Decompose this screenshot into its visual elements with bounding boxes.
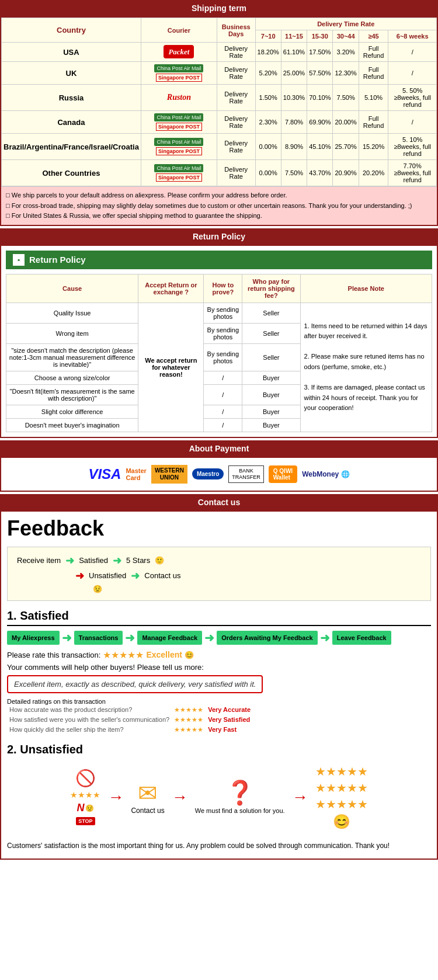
shipping-section: Shipping term Country Courier Business D… bbox=[0, 0, 438, 226]
d45-cell: 15.20% bbox=[359, 134, 388, 160]
cause-cell: Quality Issue bbox=[6, 303, 138, 323]
step-orders-awaiting: Orders Awaiting My Feedback bbox=[217, 631, 318, 645]
five-stars-label: 5 Stars bbox=[126, 556, 150, 565]
rating-value-cell: Very Satisfied bbox=[206, 715, 253, 725]
question-icon: ❓ bbox=[195, 779, 285, 807]
d30-44-cell: 20.90% bbox=[333, 160, 359, 186]
who-pay-cell: Buyer bbox=[242, 371, 300, 384]
final-note: Customers' satisfaction is the most impo… bbox=[1, 836, 437, 859]
d15-30-cell: 17.50% bbox=[307, 43, 333, 62]
shipping-notes: □ We ship parcels to your default addres… bbox=[1, 186, 437, 225]
who-pay-cell: Seller bbox=[242, 323, 300, 343]
country-cell: USA bbox=[2, 43, 141, 62]
d11-15-cell: 25.00% bbox=[281, 62, 307, 85]
ratings-detail: Detailed ratings on this transaction How… bbox=[7, 698, 431, 735]
d7-10-cell: 0.00% bbox=[255, 134, 281, 160]
d15-30-cell: 70.10% bbox=[307, 85, 333, 111]
step-leave-feedback: Leave Feedback bbox=[332, 631, 391, 645]
return-title-bar: ▪ Return Policy bbox=[6, 251, 432, 269]
d6-8weeks-cell: 5. 10% ≥8weeks, full refund bbox=[388, 134, 437, 160]
no-entry-icon: 🚫 bbox=[75, 769, 96, 787]
courier-cell: China Post Air Mail Singapore POST bbox=[141, 160, 217, 186]
rating-stars-cell: ★★★★★ bbox=[172, 725, 206, 735]
d15-30-header: 15-30 bbox=[307, 30, 333, 43]
contact-us-text: Contact us bbox=[131, 807, 164, 815]
stars-small-1: ★★★★ bbox=[70, 790, 100, 800]
d7-10-cell: 5.20% bbox=[255, 62, 281, 85]
stars-5: ★★★★★ bbox=[103, 649, 144, 661]
step-arrow-1: ➜ bbox=[62, 631, 72, 645]
shipping-header: Shipping term bbox=[0, 0, 438, 16]
return-row: Quality Issue We accept return for whate… bbox=[6, 303, 432, 323]
payment-header: About Payment bbox=[0, 440, 438, 457]
shipping-row: Brazil/Argentina/France/Israel/Croatia C… bbox=[2, 134, 437, 160]
rating-value-cell: Very Accurate bbox=[206, 705, 253, 715]
d15-30-cell: 45.10% bbox=[307, 134, 333, 160]
mastercard-logo: MasterCard bbox=[126, 467, 146, 481]
country-cell: Canada bbox=[2, 111, 141, 134]
d30-44-cell: 7.50% bbox=[333, 85, 359, 111]
d30-44-cell: 25.70% bbox=[333, 134, 359, 160]
return-icon: ▪ bbox=[13, 254, 25, 266]
arrow-icon-1: ➜ bbox=[65, 554, 74, 567]
step-flow: My Aliexpress ➜ Transactions ➜ Manage Fe… bbox=[7, 631, 431, 645]
return-table: Cause Accept Return or exchange ? How to… bbox=[6, 274, 432, 432]
rating-label-cell: How quickly did the seller ship the item… bbox=[7, 725, 172, 735]
rating-stars-cell: ★★★★★ bbox=[172, 705, 206, 715]
d45-cell: 5.10% bbox=[359, 85, 388, 111]
d7-10-cell: 2.30% bbox=[255, 111, 281, 134]
d45-header: ≥45 bbox=[359, 30, 388, 43]
who-pay-cell: Buyer bbox=[242, 405, 300, 418]
d15-30-cell: 43.70% bbox=[307, 160, 333, 186]
d7-10-cell: 1.50% bbox=[255, 85, 281, 111]
courier-cell: China Post Air Mail Singapore POST bbox=[141, 62, 217, 85]
ratings-detail-title: Detailed ratings on this transaction bbox=[7, 698, 431, 705]
unsatisfied-section: 2. Unsatisfied 🚫 ★★★★ N 😟 STOP bbox=[1, 739, 437, 859]
how-to-prove-cell: By sending photos bbox=[204, 323, 242, 343]
how-to-prove-cell: / bbox=[204, 384, 242, 405]
satisfied-title: 1. Satisfied bbox=[7, 609, 431, 626]
payment-logos: VISA MasterCard WESTERNUNION Maestro BAN… bbox=[1, 458, 437, 491]
how-to-prove-cell: / bbox=[204, 405, 242, 418]
who-pay-cell: Buyer bbox=[242, 384, 300, 405]
cause-cell: Slight color difference bbox=[6, 405, 138, 418]
shipping-row: UK China Post Air Mail Singapore POST De… bbox=[2, 62, 437, 85]
delivery-time-header: Delivery Time Rate bbox=[255, 18, 436, 30]
visa-logo: VISA bbox=[88, 466, 121, 482]
smile-icon-2: 😊 bbox=[185, 651, 194, 659]
d11-15-cell: 61.10% bbox=[281, 43, 307, 62]
who-pay-cell: Seller bbox=[242, 343, 300, 371]
d7-10-cell: 0.00% bbox=[255, 160, 281, 186]
contact-header: Contact us bbox=[0, 494, 438, 510]
how-to-prove-header: How to prove? bbox=[204, 274, 242, 303]
cause-cell: Choose a wrong size/color bbox=[6, 371, 138, 384]
cause-cell: "Doesn't fit(item's measurement is the s… bbox=[6, 384, 138, 405]
shipping-row: Other Countries China Post Air Mail Sing… bbox=[2, 160, 437, 186]
d15-30-cell: 57.50% bbox=[307, 62, 333, 85]
shipping-row: Russia Ruston Delivery Rate 1.50% 10.30%… bbox=[2, 85, 437, 111]
how-to-prove-cell: By sending photos bbox=[204, 303, 242, 323]
who-pay-cell: Buyer bbox=[242, 418, 300, 432]
courier-header: Courier bbox=[141, 18, 217, 43]
d30-44-header: 30~44 bbox=[333, 30, 359, 43]
rating-value-cell: Very Fast bbox=[206, 725, 253, 735]
maestro-logo: Maestro bbox=[192, 468, 224, 479]
country-cell: Brazil/Argentina/France/Israel/Croatia bbox=[2, 134, 141, 160]
d6-8weeks-header: 6~8 weeks bbox=[388, 30, 437, 43]
arrow-icon-4: ➜ bbox=[131, 569, 140, 582]
example-comment: Excellent item, exactly as described, qu… bbox=[7, 675, 263, 693]
unsatisfied-flow: 🚫 ★★★★ N 😟 STOP → ✉ Contact bbox=[1, 759, 437, 836]
courier-cell: Packet bbox=[141, 43, 217, 62]
arrow-large-1: → bbox=[107, 788, 124, 807]
smile-icon: 🙂 bbox=[155, 556, 164, 565]
delivery-label-cell: Delivery Rate bbox=[217, 43, 255, 62]
rating-label-cell: How accurate was the product description… bbox=[7, 705, 172, 715]
d45-cell: Full Refund bbox=[359, 43, 388, 62]
country-cell: UK bbox=[2, 62, 141, 85]
shipping-note: □ For United States & Russia, we offer s… bbox=[6, 211, 432, 221]
d7-10-cell: 18.20% bbox=[255, 43, 281, 62]
unsatisfied-title: 2. Unsatisfied bbox=[1, 739, 437, 759]
d6-8weeks-cell: 7.70% ≥8weeks, full refund bbox=[388, 160, 437, 186]
arrow-large-3: → bbox=[292, 788, 308, 807]
comment-label: Your comments will help other buyers! Pl… bbox=[7, 663, 204, 672]
